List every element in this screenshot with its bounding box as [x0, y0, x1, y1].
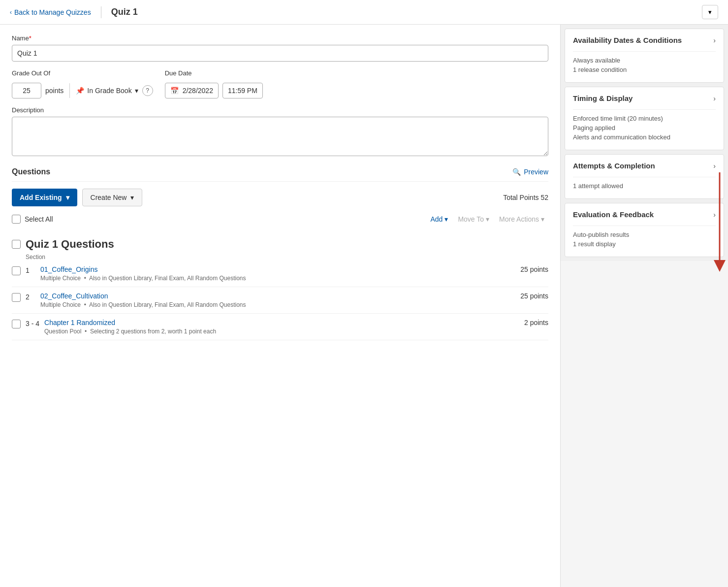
attempts-chevron-icon: › — [713, 162, 716, 170]
due-date-section: Due Date 📅 2/28/2022 11:59 PM — [165, 69, 263, 98]
questions-title: Questions — [12, 167, 50, 176]
attempts-header[interactable]: Attempts & Completion › — [565, 155, 724, 177]
due-date-label: Due Date — [165, 69, 263, 77]
top-bar: ‹ Back to Manage Quizzes Quiz 1 ▾ — [0, 0, 728, 25]
question-points-3: 2 points — [524, 319, 548, 326]
grade-row: points 📌 In Grade Book ▾ ? — [12, 83, 153, 98]
question-item-2: 2 02_Coffee_Cultivation Multiple Choice … — [12, 287, 548, 314]
left-panel: Name* Grade Out Of points 📌 In Grade Boo… — [0, 25, 561, 587]
description-label: Description — [12, 106, 548, 114]
name-label: Name* — [12, 34, 548, 42]
add-action-button[interactable]: Add ▾ — [426, 213, 452, 225]
section-checkbox[interactable] — [12, 240, 21, 249]
select-all-left: Select All — [12, 215, 53, 224]
name-field-section: Name* — [12, 34, 548, 62]
due-row: 📅 2/28/2022 11:59 PM — [165, 83, 263, 98]
grade-out-of-label: Grade Out Of — [12, 69, 153, 77]
preview-button[interactable]: 🔍 Preview — [512, 168, 548, 176]
quiz-title-header: Quiz 1 — [111, 7, 138, 17]
availability-content: Always available 1 release condition — [565, 52, 724, 82]
chevron-down-icon: ▾ — [541, 215, 544, 223]
evaluation-content: Auto-publish results 1 result display — [565, 226, 724, 257]
attempts-detail-1: 1 attempt allowed — [573, 182, 716, 190]
timing-section: Timing & Display › Enforced time limit (… — [565, 87, 724, 150]
questions-toolbar: Add Existing ▾ Create New ▾ Total Points… — [12, 189, 548, 206]
name-input[interactable] — [12, 45, 548, 62]
question-info-3: Chapter 1 Randomized Question Pool • Sel… — [44, 319, 519, 335]
question-meta-1: Multiple Choice • Also in Question Libra… — [40, 275, 515, 282]
availability-header[interactable]: Availability Dates & Conditions › — [565, 29, 724, 51]
questions-section-header: Quiz 1 Questions — [12, 233, 548, 254]
evaluation-chevron-icon: › — [713, 211, 716, 219]
availability-detail-1: Always available — [573, 57, 716, 64]
section-title-big: Quiz 1 Questions — [26, 238, 114, 251]
main-layout: Name* Grade Out Of points 📌 In Grade Boo… — [0, 25, 728, 587]
timing-title: Timing & Display — [573, 94, 633, 102]
timing-header[interactable]: Timing & Display › — [565, 87, 724, 109]
timing-detail-3: Alerts and communication blocked — [573, 133, 716, 141]
question-name-1[interactable]: 01_Coffee_Origins — [40, 265, 515, 273]
question-info-1: 01_Coffee_Origins Multiple Choice • Also… — [40, 265, 515, 282]
timing-content: Enforced time limit (20 minutes) Paging … — [565, 110, 724, 150]
chevron-down-icon: ▾ — [486, 215, 489, 223]
more-actions-button[interactable]: More Actions ▾ — [495, 213, 548, 225]
availability-title: Availability Dates & Conditions — [573, 36, 682, 44]
total-points: Total Points 52 — [503, 194, 548, 201]
evaluation-detail-1: Auto-publish results — [573, 231, 716, 238]
grade-section: Grade Out Of points 📌 In Grade Book ▾ ? — [12, 69, 153, 98]
pin-icon: 📌 — [76, 87, 84, 95]
help-button[interactable]: ? — [142, 85, 153, 96]
question-name-3[interactable]: Chapter 1 Randomized — [44, 319, 519, 326]
right-panel: Availability Dates & Conditions › Always… — [561, 25, 728, 261]
due-time-input[interactable]: 11:59 PM — [222, 83, 263, 98]
top-dropdown-button[interactable]: ▾ — [702, 5, 718, 19]
questions-header: Questions 🔍 Preview — [12, 167, 548, 182]
top-bar-divider — [101, 6, 101, 18]
question-meta-3: Question Pool • Selecting 2 questions fr… — [44, 328, 519, 335]
add-existing-button[interactable]: Add Existing ▾ — [12, 189, 77, 206]
questions-section: Quiz 1 Questions Section 1 01_Coffee_Ori… — [12, 233, 548, 340]
select-all-bar: Select All Add ▾ Move To ▾ More Actions … — [12, 213, 548, 229]
dropdown-chevron: ▾ — [708, 8, 712, 16]
select-all-label: Select All — [25, 215, 53, 223]
right-panel-container: Availability Dates & Conditions › Always… — [561, 25, 728, 587]
question-checkbox-3[interactable] — [12, 320, 21, 328]
evaluation-section: Evaluation & Feedback › Auto-publish res… — [565, 203, 724, 257]
question-num-2: 2 — [26, 292, 35, 301]
back-link[interactable]: ‹ Back to Manage Quizzes — [10, 8, 91, 16]
in-grade-book-button[interactable]: 📌 In Grade Book ▾ — [76, 87, 138, 95]
top-bar-right: ▾ — [702, 5, 718, 19]
question-item-3: 3 - 4 Chapter 1 Randomized Question Pool… — [12, 314, 548, 340]
question-points-1: 25 points — [520, 265, 548, 273]
grade-divider — [69, 83, 70, 98]
question-points-2: 25 points — [520, 292, 548, 300]
due-time-value: 11:59 PM — [228, 87, 257, 95]
section-subtitle: Section — [26, 254, 548, 261]
move-to-button[interactable]: Move To ▾ — [454, 213, 493, 225]
chevron-down-icon: ▾ — [135, 87, 138, 95]
due-date-input[interactable]: 📅 2/28/2022 — [165, 83, 219, 98]
points-text: points — [45, 87, 63, 95]
evaluation-detail-2: 1 result display — [573, 240, 716, 248]
question-name-2[interactable]: 02_Coffee_Cultivation — [40, 292, 515, 300]
action-buttons: Add ▾ Move To ▾ More Actions ▾ — [426, 213, 548, 225]
timing-chevron-icon: › — [713, 95, 716, 102]
select-all-checkbox[interactable] — [12, 215, 21, 224]
question-checkbox-2[interactable] — [12, 293, 21, 302]
evaluation-header[interactable]: Evaluation & Feedback › — [565, 203, 724, 226]
grade-input[interactable] — [12, 83, 41, 98]
question-info-2: 02_Coffee_Cultivation Multiple Choice • … — [40, 292, 515, 308]
create-new-button[interactable]: Create New ▾ — [82, 189, 143, 206]
availability-section: Availability Dates & Conditions › Always… — [565, 29, 724, 83]
question-item-1: 1 01_Coffee_Origins Multiple Choice • Al… — [12, 261, 548, 287]
question-checkbox-1[interactable] — [12, 266, 21, 275]
chevron-down-icon: ▾ — [130, 194, 134, 201]
calendar-icon: 📅 — [170, 87, 179, 95]
attempts-content: 1 attempt allowed — [565, 177, 724, 198]
description-textarea[interactable] — [12, 117, 548, 156]
preview-icon: 🔍 — [512, 168, 521, 176]
question-num-3: 3 - 4 — [26, 319, 39, 327]
required-star: * — [29, 34, 32, 42]
question-num-1: 1 — [26, 265, 35, 274]
chevron-left-icon: ‹ — [10, 9, 12, 16]
